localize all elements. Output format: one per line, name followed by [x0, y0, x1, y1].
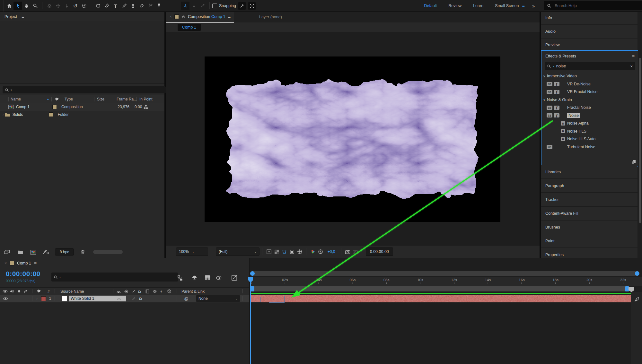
close-tab-icon[interactable]: × [4, 261, 7, 265]
overflow-chevrons[interactable]: » [532, 3, 535, 9]
help-search[interactable] [544, 1, 642, 10]
panel-header[interactable]: Properties [541, 248, 638, 258]
workspace-menu-icon[interactable]: ≡ [522, 3, 524, 8]
exposure-value[interactable]: +0,0 [328, 249, 335, 254]
interpret-footage-icon[interactable] [4, 249, 10, 255]
bit-depth-button[interactable]: 8 bpc [55, 248, 74, 256]
close-tab-icon[interactable]: × [170, 14, 172, 19]
mask-visibility-icon[interactable] [280, 248, 288, 255]
panel-header[interactable]: Brushes [541, 221, 638, 234]
workspace-tab[interactable]: Small Screen [495, 4, 519, 8]
layer-in-handle-box[interactable] [252, 297, 261, 302]
label-color-swatch[interactable] [52, 105, 57, 109]
graph-editor-icon[interactable] [230, 274, 238, 282]
help-search-input[interactable] [554, 3, 620, 8]
pan-camera-tool-icon[interactable] [54, 2, 62, 10]
label-color-swatch[interactable] [49, 112, 53, 117]
snap-arrow-icon[interactable] [238, 2, 246, 10]
effects-search-input[interactable] [556, 64, 629, 69]
3d-layer-column-icon[interactable] [167, 288, 171, 295]
sort-ascending-icon[interactable]: ▲ [47, 98, 49, 101]
rail-scrollbar[interactable] [638, 12, 642, 258]
roto-brush-tool-icon[interactable] [146, 2, 154, 10]
motion-blur-icon[interactable] [215, 274, 223, 282]
comp-label-swatch[interactable] [10, 261, 14, 265]
pen-tool-icon[interactable] [102, 2, 111, 10]
navigator-start-handle[interactable] [250, 271, 255, 276]
effects-item[interactable]: 8 Noise Alpha [541, 119, 638, 127]
guides-crop-icon[interactable] [296, 248, 303, 255]
project-row-solids[interactable]: › Solids Folder [0, 111, 164, 118]
effects-panel-menu-icon[interactable]: ≡ [632, 54, 634, 59]
channel-rgb-icon[interactable] [309, 248, 317, 255]
selection-tool-icon[interactable] [13, 2, 22, 10]
effects-item[interactable]: 32 ƒ Noise [541, 112, 638, 120]
playhead-line[interactable] [250, 277, 251, 364]
draft-3d-icon[interactable] [190, 274, 198, 282]
panel-header[interactable]: Libraries [541, 165, 638, 179]
panel-header[interactable]: Tracker [541, 193, 638, 207]
effects-panel-header[interactable]: Effects & Presets ≡ [541, 51, 638, 60]
rail-scrollbar-thumb[interactable] [639, 58, 641, 223]
comp-marker-bin-icon[interactable] [628, 286, 635, 293]
axis-local-icon[interactable] [181, 2, 189, 10]
motion-blur-column-icon[interactable] [153, 288, 157, 295]
timeline-comp-tab[interactable]: × Comp 1 ≡ [0, 258, 41, 269]
workspace-tab[interactable]: Learn [473, 4, 483, 8]
column-size[interactable]: Size [97, 97, 114, 101]
hand-tool-icon[interactable] [22, 2, 31, 10]
layer-row-white-solid[interactable]: › 1 White Solid 1 fx @ None ⌄ [0, 295, 249, 303]
layer-shy-icon[interactable] [116, 295, 121, 302]
orbit-camera-tool-icon[interactable] [45, 2, 54, 10]
column-type[interactable]: Type [65, 97, 94, 101]
axis-world-icon[interactable] [189, 2, 198, 10]
quality-column-icon[interactable] [132, 288, 136, 295]
viewer-timecode[interactable]: 0:00:00:00 [366, 247, 393, 256]
transparency-grid-icon[interactable] [273, 248, 280, 255]
column-in-point[interactable]: In Point [139, 97, 153, 101]
zoom-tool-icon[interactable] [31, 2, 40, 10]
resolution-select[interactable]: (Full)⌄ [216, 247, 259, 256]
navigator-end-handle[interactable] [635, 271, 639, 276]
composition-tab[interactable]: × Composition Comp 1 ≡ [166, 11, 234, 23]
workspace-tab[interactable]: Default [424, 4, 437, 8]
effects-column-label[interactable]: fx [138, 288, 141, 295]
layer-fx-toggle[interactable]: fx [138, 295, 143, 302]
frame-blend-column-icon[interactable] [145, 288, 150, 295]
camera-roi-tool-icon[interactable] [80, 2, 88, 10]
audio-column-icon[interactable] [10, 288, 14, 295]
pickwhip-icon[interactable]: @ [184, 295, 189, 302]
column-name[interactable]: Name [11, 97, 47, 101]
project-search-input[interactable] [13, 87, 163, 92]
source-name-column-label[interactable]: Source Name [60, 288, 84, 295]
rotation-tool-icon[interactable]: ↺ [71, 2, 80, 10]
effects-item[interactable]: 32 Turbulent Noise [541, 143, 638, 151]
frame-blending-icon[interactable] [203, 274, 212, 282]
effects-item[interactable]: 32 ƒ Fractal Noise [541, 104, 638, 112]
parent-select[interactable]: None ⌄ [196, 295, 240, 302]
snapshot-camera-icon[interactable] [344, 248, 352, 255]
new-composition-icon[interactable] [30, 250, 36, 255]
effects-item[interactable]: 8 Noise HLS Auto [541, 135, 638, 143]
video-column-icon[interactable] [3, 288, 8, 295]
collapse-transforms-column-icon[interactable] [124, 288, 128, 295]
layer-tab[interactable]: Layer (none) [259, 15, 282, 19]
brush-tool-icon[interactable] [120, 2, 128, 10]
parent-link-column-label[interactable]: Parent & Link [181, 288, 205, 295]
unlock-icon[interactable] [181, 14, 185, 19]
new-preset-icon[interactable] [631, 160, 636, 165]
timeline-panel-menu-icon[interactable]: ≡ [34, 261, 36, 266]
clone-stamp-tool-icon[interactable] [128, 2, 137, 10]
effects-search[interactable]: ▾ × [545, 62, 635, 70]
show-snapshot-icon[interactable] [352, 248, 359, 255]
comp-label-swatch[interactable] [174, 14, 179, 19]
puppet-pin-tool-icon[interactable] [154, 2, 163, 10]
label-tag-icon[interactable] [54, 97, 59, 102]
eraser-tool-icon[interactable] [137, 2, 146, 10]
layer-expander-icon[interactable]: › [35, 295, 39, 302]
effects-item[interactable]: 32 ƒ VR De-Noise [541, 80, 638, 88]
current-timecode[interactable]: 0:00:00:00 [6, 270, 40, 278]
playhead-handle[interactable] [248, 277, 253, 283]
panel-header[interactable]: Audio [541, 25, 638, 39]
keyframe-selection-box[interactable] [269, 296, 285, 303]
